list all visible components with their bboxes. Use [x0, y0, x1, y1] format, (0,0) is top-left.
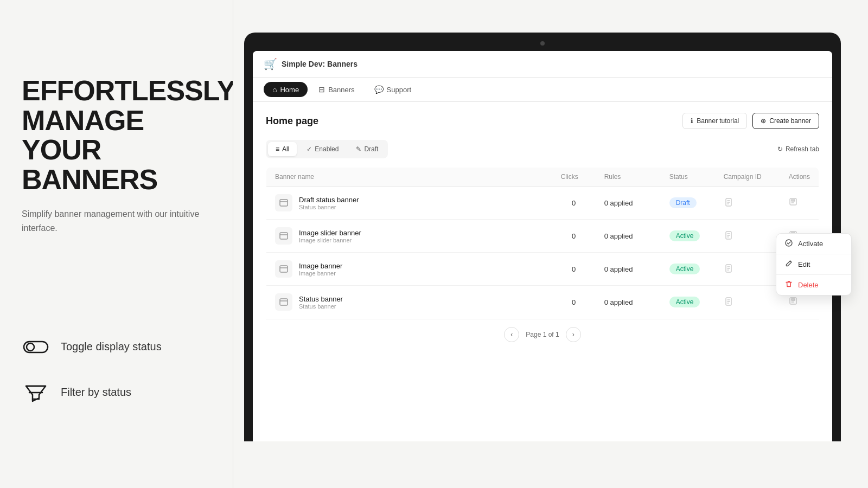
- filter-tab-all[interactable]: ≡ All: [268, 142, 297, 156]
- filter-bar: ≡ All ✓ Enabled ✎ Draft ↻: [266, 140, 819, 158]
- feature-item-filter: Filter by status: [22, 378, 212, 407]
- refresh-icon: ↻: [777, 145, 783, 153]
- page-header: Home page ℹ Banner tutorial ⊕ Create ban…: [266, 113, 819, 129]
- col-actions: Actions: [780, 168, 819, 187]
- cell-actions-0: [780, 187, 819, 220]
- cell-status-1: Active: [661, 220, 715, 253]
- delete-icon: [785, 280, 793, 290]
- page-content: Home page ℹ Banner tutorial ⊕ Create ban…: [253, 102, 832, 361]
- table-row: Image slider banner Image slider banner …: [266, 220, 819, 253]
- col-campaign: Campaign ID: [715, 168, 780, 187]
- prev-page-button[interactable]: ‹: [504, 327, 519, 342]
- toggle-label: Toggle display status: [61, 341, 162, 353]
- home-icon: ⌂: [272, 85, 277, 94]
- cell-rules-2: 0 applied: [596, 253, 661, 286]
- page-actions: ℹ Banner tutorial ⊕ Create banner: [682, 113, 819, 129]
- cell-campaign-3: [715, 286, 780, 319]
- cell-clicks-3: 0: [552, 286, 596, 319]
- cell-campaign-1: [715, 220, 780, 253]
- svg-rect-8: [280, 266, 288, 272]
- banner-icon-3: [275, 293, 292, 311]
- hero-subtitle: Simplify banner management with our intu…: [22, 207, 212, 235]
- table-body: Draft status banner Status banner 0 0 ap…: [266, 187, 819, 319]
- filter-tab-enabled[interactable]: ✓ Enabled: [299, 142, 346, 156]
- cell-campaign-0: [715, 187, 780, 220]
- nav-tab-banners[interactable]: ⊟ Banners: [310, 82, 363, 97]
- col-rules: Rules: [596, 168, 661, 187]
- create-banner-button[interactable]: ⊕ Create banner: [752, 113, 819, 129]
- table-row: Image banner Image banner 0 0 applied Ac…: [266, 253, 819, 286]
- filter-tab-draft[interactable]: ✎ Draft: [348, 142, 386, 156]
- info-icon: ℹ: [691, 117, 693, 125]
- cell-rules-1: 0 applied: [596, 220, 661, 253]
- svg-rect-11: [280, 299, 288, 305]
- status-badge-3: Active: [669, 297, 700, 307]
- left-panel: EFFORTLESSLY MANAGE YOUR BANNERS Simplif…: [0, 0, 233, 488]
- cell-campaign-2: [715, 253, 780, 286]
- action-icon-0[interactable]: [789, 198, 797, 208]
- right-panel: 🛒 Simple Dev: Banners ⌂ Home ⊟ Banners 💬…: [233, 0, 868, 488]
- status-badge-1: Active: [669, 230, 700, 241]
- app-logo-icon: 🛒: [264, 57, 277, 70]
- app-header: 🛒 Simple Dev: Banners: [253, 51, 832, 78]
- toggle-icon: [22, 333, 50, 361]
- enabled-icon: ✓: [307, 145, 312, 153]
- filter-tabs: ≡ All ✓ Enabled ✎ Draft: [266, 140, 388, 158]
- pagination: ‹ Page 1 of 1 ›: [266, 319, 819, 350]
- page-title: Home page: [266, 115, 318, 127]
- status-badge-2: Active: [669, 264, 700, 274]
- svg-rect-2: [280, 200, 288, 206]
- support-icon: 💬: [374, 85, 384, 94]
- banner-name-2: Image banner: [299, 262, 342, 270]
- camera-dot: [540, 41, 545, 46]
- table-row: Status banner Status banner 0 0 applied …: [266, 286, 819, 319]
- laptop-frame: 🛒 Simple Dev: Banners ⌂ Home ⊟ Banners 💬…: [244, 33, 841, 441]
- banner-type-1: Image slider banner: [299, 237, 361, 243]
- cell-clicks-2: 0: [552, 253, 596, 286]
- cell-rules-3: 0 applied: [596, 286, 661, 319]
- next-page-button[interactable]: ›: [566, 327, 581, 342]
- hero-title: EFFORTLESSLY MANAGE YOUR BANNERS: [22, 76, 212, 194]
- context-menu: Activate Edit Delete: [776, 233, 852, 296]
- activate-icon: [785, 239, 793, 248]
- context-activate[interactable]: Activate: [776, 234, 851, 254]
- cell-banner-name-1: Image slider banner Image slider banner: [266, 220, 552, 253]
- banner-table: Banner name Clicks Rules Status Campaign…: [266, 167, 819, 319]
- banner-type-3: Status banner: [299, 303, 343, 310]
- plus-icon: ⊕: [761, 117, 766, 125]
- action-icon-3[interactable]: [789, 298, 797, 307]
- cell-clicks-1: 0: [552, 220, 596, 253]
- context-delete[interactable]: Delete: [776, 275, 851, 295]
- laptop-screen: 🛒 Simple Dev: Banners ⌂ Home ⊟ Banners 💬…: [253, 51, 832, 441]
- col-clicks: Clicks: [552, 168, 596, 187]
- svg-point-1: [27, 343, 34, 351]
- cell-status-3: Active: [661, 286, 715, 319]
- nav-tab-support[interactable]: 💬 Support: [366, 82, 420, 97]
- banners-icon: ⊟: [318, 85, 325, 94]
- app-title: Simple Dev: Banners: [282, 60, 358, 68]
- cell-banner-name-2: Image banner Image banner: [266, 253, 552, 286]
- cell-status-0: Draft: [661, 187, 715, 220]
- banner-icon-2: [275, 260, 292, 278]
- all-icon: ≡: [276, 145, 279, 153]
- edit-icon: [785, 260, 793, 269]
- page-label: Page 1 of 1: [526, 331, 559, 338]
- context-edit[interactable]: Edit: [776, 254, 851, 274]
- table-header: Banner name Clicks Rules Status Campaign…: [266, 168, 819, 187]
- col-banner-name: Banner name: [266, 168, 552, 187]
- feature-item-toggle: Toggle display status: [22, 333, 212, 361]
- svg-rect-0: [24, 342, 48, 352]
- banner-name-3: Status banner: [299, 295, 343, 303]
- banner-icon-1: [275, 227, 292, 245]
- nav-tab-home[interactable]: ⌂ Home: [264, 82, 308, 97]
- banner-type-2: Image banner: [299, 270, 342, 277]
- refresh-button[interactable]: ↻ Refresh tab: [777, 145, 819, 153]
- feature-list: Toggle display status Filter by status: [22, 333, 212, 407]
- filter-icon: [22, 378, 50, 407]
- banner-icon-0: [275, 194, 292, 211]
- cell-clicks-0: 0: [552, 187, 596, 220]
- cell-rules-0: 0 applied: [596, 187, 661, 220]
- cell-banner-name-0: Draft status banner Status banner: [266, 187, 552, 220]
- tutorial-button[interactable]: ℹ Banner tutorial: [682, 113, 747, 129]
- cell-status-2: Active: [661, 253, 715, 286]
